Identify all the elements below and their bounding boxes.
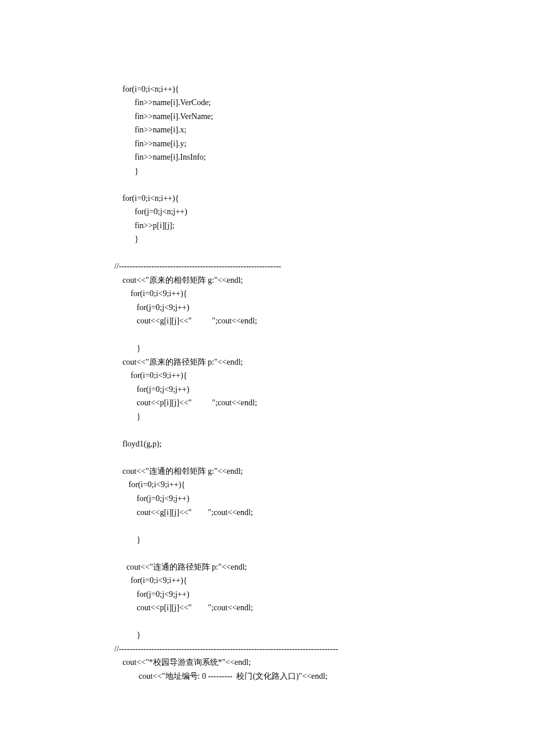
code-line: cout<<"*校园导游查询系统*"<<endl; — [114, 658, 251, 667]
code-line: for(i=0;i<n;i++){ — [114, 85, 179, 93]
code-line: //--------------------------------------… — [114, 262, 282, 271]
code-line: cout<<"原来的路径矩阵 p:"<<endl; — [114, 358, 243, 366]
code-line: fin>>name[i].VerName; — [114, 112, 213, 121]
code-line: fin>>name[i].y; — [114, 139, 186, 148]
code-line: cout<<"连通的路径矩阵 p:"<<endl; — [114, 563, 247, 571]
code-line: fin>>name[i].InsInfo; — [114, 153, 206, 161]
code-line: for(j=0;j<9;j++) — [114, 303, 189, 312]
code-line: for(j=0;j<9;j++) — [114, 590, 189, 599]
code-line: fin>>p[i][j]; — [114, 221, 175, 230]
code-line: for(i=0;i<n;i++){ — [114, 194, 179, 203]
code-line: //--------------------------------------… — [114, 645, 338, 653]
code-line: for(j=0;j<9;j++) — [114, 385, 189, 394]
code-line: floyd1(g,p); — [114, 440, 161, 448]
code-line: cout<<"地址编号: 0 --------- 校门(文化路入口)"<<end… — [114, 672, 327, 681]
code-line: cout<<g[i][j]<<" ";cout<<endl; — [114, 508, 253, 517]
code-line: cout<<g[i][j]<<" ";cout<<endl; — [114, 316, 257, 325]
code-line: for(i=0;i<9;i++){ — [114, 576, 187, 585]
code-line: for(i=0;i<9;i++){ — [114, 371, 187, 380]
code-line: cout<<"原来的相邻矩阵 g:"<<endl; — [114, 276, 243, 285]
code-line: } — [114, 412, 140, 421]
code-line: } — [114, 535, 140, 544]
code-line: for(i=0;i<9;i++){ — [114, 289, 187, 298]
code-line: cout<<p[i][j]<<" ";cout<<endl; — [114, 398, 257, 407]
code-line: fin>>name[i].VerCode; — [114, 98, 211, 107]
code-line: fin>>name[i].x; — [114, 125, 186, 134]
code-line: } — [114, 344, 140, 352]
code-line: for(i=0;i<9;i++){ — [114, 480, 185, 489]
code-line: cout<<p[i][j]<<" ";cout<<endl; — [114, 603, 253, 612]
code-line: } — [114, 631, 140, 639]
code-page: for(i=0;i<n;i++){ fin>>name[i].VerCode; … — [0, 0, 534, 756]
code-line: for(j=0;j<n;j++) — [114, 207, 187, 216]
code-line: } — [114, 235, 139, 243]
code-line: for(j=0;j<9;j++) — [114, 494, 189, 503]
code-line: cout<<"连通的相邻矩阵 g:"<<endl; — [114, 467, 243, 476]
code-line: } — [114, 167, 139, 175]
